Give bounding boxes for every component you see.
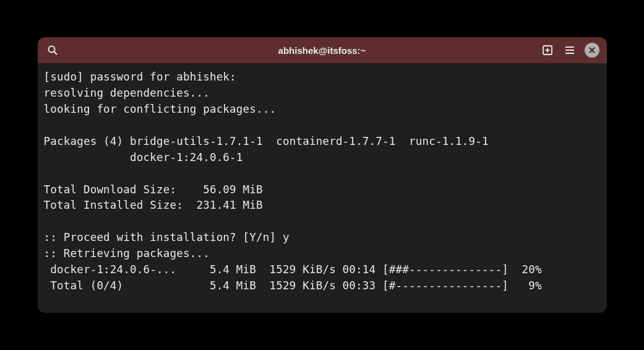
close-icon [588, 46, 596, 54]
terminal-line: Total (0/4) 5.4 MiB 1529 KiB/s 00:33 [#-… [44, 279, 542, 292]
terminal-output[interactable]: [sudo] password for abhishek: resolving … [38, 63, 607, 312]
terminal-line: :: Proceed with installation? [Y/n] y [44, 231, 290, 243]
terminal-line: Total Installed Size: 231.41 MiB [44, 199, 263, 211]
search-button[interactable] [45, 43, 60, 58]
terminal-line: docker-1:24.0.6-1 [44, 151, 243, 164]
terminal-line: resolving dependencies... [44, 87, 210, 99]
window-title: abhishek@itsfoss:~ [278, 45, 366, 56]
hamburger-icon [564, 45, 575, 56]
terminal-line: Packages (4) bridge-utils-1.7.1-1 contai… [44, 135, 489, 147]
svg-point-0 [48, 46, 54, 53]
new-tab-button[interactable] [540, 43, 555, 58]
terminal-window: abhishek@itsfoss:~ [38, 37, 607, 312]
terminal-line: looking for conflicting packages... [44, 103, 277, 115]
titlebar: abhishek@itsfoss:~ [38, 37, 607, 63]
svg-line-1 [54, 52, 57, 55]
plus-box-icon [542, 45, 553, 56]
search-icon [47, 45, 58, 56]
terminal-line: Total Download Size: 56.09 MiB [44, 183, 263, 196]
terminal-line: :: Retrieving packages... [44, 247, 210, 260]
titlebar-right [540, 43, 599, 58]
close-button[interactable] [585, 43, 599, 58]
terminal-line: [sudo] password for abhishek: [44, 71, 236, 83]
titlebar-left [45, 43, 60, 58]
terminal-line: docker-1:24.0.6-... 5.4 MiB 1529 KiB/s 0… [44, 263, 542, 276]
menu-button[interactable] [562, 43, 577, 58]
